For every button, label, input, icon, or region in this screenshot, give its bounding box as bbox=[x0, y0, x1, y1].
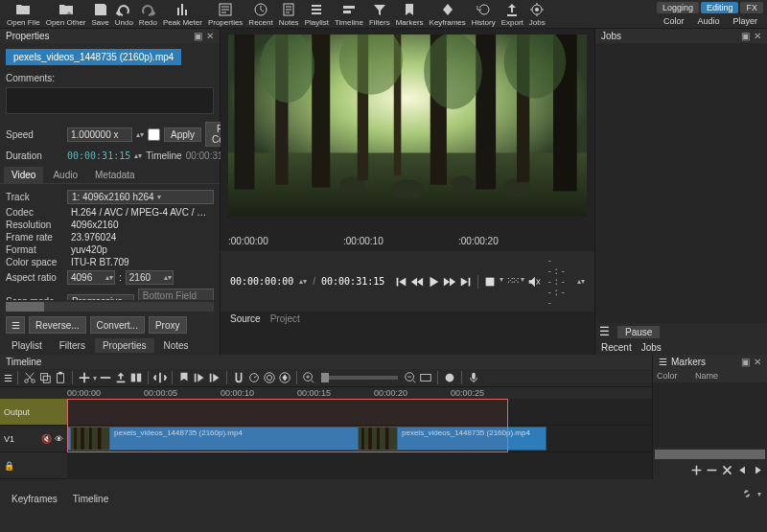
toolbar-undo[interactable]: Undo bbox=[115, 2, 133, 27]
convert-button[interactable]: Convert... bbox=[90, 316, 145, 334]
toolbar-open-other[interactable]: Open Other bbox=[46, 2, 86, 27]
toolbar-keyframes[interactable]: Keyframes bbox=[430, 2, 466, 27]
menu-button[interactable]: ☰ bbox=[6, 316, 25, 334]
toolbar-jobs[interactable]: Jobs bbox=[529, 2, 546, 27]
project-tab[interactable]: Project bbox=[270, 313, 300, 324]
zoom-out-icon[interactable] bbox=[404, 371, 417, 384]
speed-checkbox[interactable] bbox=[148, 128, 160, 141]
record-icon[interactable] bbox=[443, 371, 456, 384]
props-scrollbar[interactable] bbox=[6, 302, 214, 312]
keyframes-tab[interactable]: Keyframes bbox=[4, 492, 65, 506]
markers-popout-icon[interactable]: ▣ bbox=[741, 357, 750, 367]
tab-video[interactable]: Video bbox=[4, 167, 43, 183]
lift-icon[interactable] bbox=[114, 371, 128, 384]
cut-icon[interactable] bbox=[23, 371, 36, 384]
jobs-tab[interactable]: Jobs bbox=[641, 342, 662, 353]
prev-marker-icon[interactable] bbox=[193, 371, 206, 384]
toolbar-peak-meter[interactable]: Peak Meter bbox=[163, 2, 202, 27]
marker-add-icon[interactable] bbox=[177, 371, 191, 384]
grid-icon[interactable]: ⁙⁙ bbox=[506, 275, 518, 289]
remove-marker-icon[interactable] bbox=[706, 464, 718, 476]
toolbar-filters[interactable]: Filters bbox=[369, 2, 390, 27]
scan-dropdown[interactable]: Progressive▾ bbox=[67, 294, 134, 301]
ripple-all-icon[interactable] bbox=[278, 371, 291, 384]
tab-filters[interactable]: Filters bbox=[52, 338, 93, 353]
split-icon[interactable] bbox=[153, 371, 167, 384]
jobs-popout-icon[interactable]: ▣ bbox=[741, 31, 750, 41]
toolbar-recent[interactable]: Recent bbox=[248, 2, 272, 27]
pause-button[interactable]: Pause bbox=[617, 326, 660, 338]
speed-input[interactable] bbox=[67, 127, 132, 142]
tab-notes[interactable]: Notes bbox=[156, 338, 197, 353]
mode-editing[interactable]: Editing bbox=[701, 2, 739, 13]
scrub-icon[interactable] bbox=[247, 371, 261, 384]
copy-icon[interactable] bbox=[38, 371, 52, 384]
skip-end-icon[interactable] bbox=[459, 275, 473, 289]
markers-close-icon[interactable]: ✕ bbox=[754, 357, 761, 367]
toolbar-markers[interactable]: Markers bbox=[396, 2, 424, 27]
timeline-tab[interactable]: Timeline bbox=[65, 492, 116, 506]
comments-input[interactable] bbox=[6, 87, 214, 114]
markers-scrollbar[interactable] bbox=[655, 450, 765, 459]
timeline-ruler[interactable]: 00:00:00 00:00:05 00:00:10 00:00:15 00:0… bbox=[67, 387, 652, 399]
timeline-tracks[interactable]: pexels_videos_1448735 (2160p).mp4 pexels… bbox=[67, 399, 652, 479]
fast-forward-icon[interactable] bbox=[443, 275, 456, 289]
aspect-height[interactable]: ▴▾ bbox=[126, 270, 174, 285]
stop-icon[interactable] bbox=[483, 275, 497, 289]
zoom-in-icon[interactable] bbox=[302, 371, 315, 384]
video-clip[interactable]: pexels_videos_1448735 (2160p).mp4 pexels… bbox=[67, 427, 546, 451]
clear-markers-icon[interactable] bbox=[721, 464, 733, 476]
toolbar-timeline[interactable]: Timeline bbox=[335, 2, 363, 27]
tl-menu-icon[interactable]: ☰ bbox=[4, 373, 12, 383]
submode-audio[interactable]: Audio bbox=[691, 15, 725, 27]
zoom-fit-icon[interactable] bbox=[419, 371, 432, 384]
video-preview[interactable] bbox=[228, 35, 587, 217]
toolbar-export[interactable]: Export bbox=[501, 2, 523, 27]
toolbar-save[interactable]: Save bbox=[92, 2, 109, 27]
output-track-label[interactable]: Output bbox=[0, 399, 67, 426]
append-icon[interactable] bbox=[78, 371, 91, 384]
remove-icon[interactable] bbox=[99, 371, 112, 384]
next-marker2-icon[interactable] bbox=[752, 464, 764, 476]
file-chip[interactable]: pexels_videos_1448735 (2160p).mp4 bbox=[6, 49, 181, 65]
add-marker-icon[interactable] bbox=[690, 464, 703, 476]
reverse-button[interactable]: Reverse... bbox=[29, 316, 86, 334]
current-timecode[interactable]: 00:00:00:00 bbox=[230, 276, 293, 287]
mute-icon[interactable] bbox=[527, 275, 541, 289]
play-icon[interactable] bbox=[427, 275, 440, 289]
panel-popout-icon[interactable]: ▣ bbox=[194, 31, 202, 41]
panel-close-icon[interactable]: ✕ bbox=[206, 31, 214, 41]
overwrite-icon[interactable] bbox=[129, 371, 143, 384]
speed-spinner[interactable]: ▴▾ bbox=[136, 130, 144, 139]
lock-track[interactable]: 🔒 bbox=[0, 452, 67, 479]
mute-track-icon[interactable]: 🔇 bbox=[41, 434, 52, 444]
v1-track-label[interactable]: V1 🔇 👁 bbox=[0, 426, 67, 452]
recent-tab[interactable]: Recent bbox=[601, 342, 632, 353]
paste-icon[interactable] bbox=[54, 371, 67, 384]
hide-track-icon[interactable]: 👁 bbox=[55, 434, 63, 444]
markers-menu-icon[interactable]: ☰ bbox=[659, 357, 667, 367]
next-marker-icon[interactable] bbox=[208, 371, 221, 384]
toolbar-history[interactable]: History bbox=[472, 2, 496, 27]
link-icon[interactable] bbox=[740, 487, 754, 500]
track-dropdown[interactable]: 1: 4096x2160 h264▾ bbox=[67, 190, 214, 204]
source-tab[interactable]: Source bbox=[230, 313, 261, 324]
submode-color[interactable]: Color bbox=[658, 15, 690, 27]
tab-audio[interactable]: Audio bbox=[45, 167, 85, 183]
apply-button[interactable]: Apply bbox=[164, 127, 201, 142]
proxy-button[interactable]: Proxy bbox=[149, 316, 187, 334]
ripple-icon[interactable] bbox=[263, 371, 276, 384]
mode-logging[interactable]: Logging bbox=[657, 2, 699, 13]
aspect-width[interactable]: ▴▾ bbox=[67, 270, 115, 285]
toolbar-playlist[interactable]: Playlist bbox=[305, 2, 329, 27]
toolbar-notes[interactable]: Notes bbox=[279, 2, 299, 27]
zoom-slider[interactable] bbox=[321, 376, 398, 380]
preview-ruler[interactable]: :00:00:00 :00:00:10 :00:00:20 bbox=[228, 228, 587, 251]
mode-fx[interactable]: FX bbox=[740, 2, 763, 13]
submode-player[interactable]: Player bbox=[727, 15, 763, 27]
mic-icon[interactable] bbox=[467, 371, 480, 384]
toolbar-redo[interactable]: Redo bbox=[139, 2, 157, 27]
jobs-close-icon[interactable]: ✕ bbox=[754, 31, 761, 41]
tab-playlist[interactable]: Playlist bbox=[4, 338, 50, 353]
jobs-menu-icon[interactable]: ☰ bbox=[599, 325, 610, 338]
